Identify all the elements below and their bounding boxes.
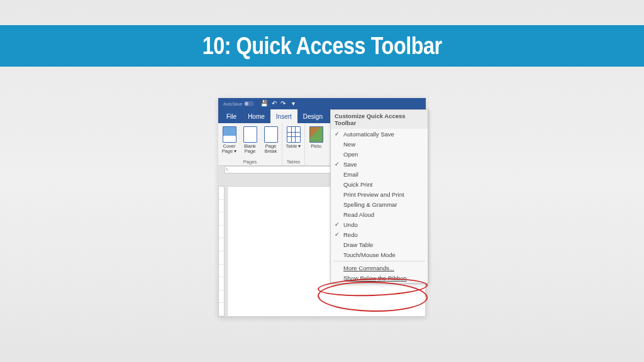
save-icon[interactable]: 💾 [260, 101, 268, 107]
group-label-tables: Tables [287, 159, 301, 165]
page-break-button[interactable]: Page Break [261, 125, 280, 158]
slide-title: 10: Quick Access Toolbar [202, 33, 441, 60]
menu-item-read-aloud[interactable]: Read Aloud [331, 209, 428, 219]
menu-item-draw-table[interactable]: Draw Table [331, 239, 428, 250]
pictures-button[interactable]: Pictu [306, 125, 326, 158]
menu-item-touch-mouse[interactable]: Touch/Mouse Mode [331, 250, 428, 260]
undo-icon[interactable]: ↶ [272, 101, 277, 107]
menu-item-email[interactable]: Email [331, 169, 428, 179]
toggle-icon [244, 101, 254, 106]
check-icon: ✓ [331, 221, 343, 228]
menu-item-quick-print[interactable]: Quick Print [331, 179, 428, 189]
menu-item-spelling[interactable]: Spelling & Grammar [331, 199, 428, 209]
title-banner: 10: Quick Access Toolbar [0, 25, 644, 67]
tab-marker: L [226, 167, 231, 172]
menu-item-redo[interactable]: ✓Redo [331, 229, 428, 239]
quick-access-toolbar: AutoSave 💾 ↶ ↷ ▾ [218, 98, 426, 109]
check-icon: ✓ [331, 131, 343, 137]
check-icon: ✓ [331, 161, 343, 167]
cover-page-icon [223, 126, 236, 143]
menu-item-show-below[interactable]: Show Below the Ribbon [331, 273, 428, 283]
table-button[interactable]: Table ▾ [284, 125, 303, 158]
menu-item-auto-save[interactable]: ✓Automatically Save [331, 129, 428, 139]
tab-home[interactable]: Home [242, 109, 270, 123]
menu-item-open[interactable]: Open [331, 149, 428, 159]
blank-page-icon [243, 126, 257, 143]
ruler-vertical[interactable] [218, 186, 225, 317]
menu-item-undo[interactable]: ✓Undo [331, 219, 428, 229]
check-icon: ✓ [331, 231, 343, 238]
autosave-label: AutoSave [223, 102, 242, 106]
pictures-icon [309, 126, 323, 143]
blank-page-button[interactable]: Blank Page [240, 125, 260, 158]
menu-item-more-commands[interactable]: More Commands... [331, 263, 428, 273]
ribbon-group-illustrations: Pictu [305, 123, 327, 165]
qat-customize-menu: Customize Quick Access Toolbar ✓Automati… [330, 109, 428, 283]
menu-separator [333, 261, 425, 261]
tab-insert[interactable]: Insert [270, 109, 297, 123]
page-break-icon [264, 126, 278, 143]
tab-design[interactable]: Design [297, 109, 328, 123]
redo-icon[interactable]: ↷ [280, 101, 286, 107]
qat-dropdown-icon[interactable]: ▾ [289, 101, 297, 107]
group-label-pages: Pages [243, 159, 257, 165]
menu-item-save[interactable]: ✓Save [331, 159, 428, 169]
word-window: AutoSave 💾 ↶ ↷ ▾ File Home Insert Design… [218, 98, 426, 317]
menu-header: Customize Quick Access Toolbar [331, 110, 428, 129]
tab-file[interactable]: File [221, 109, 242, 123]
menu-item-print-preview[interactable]: Print Preview and Print [331, 189, 428, 199]
menu-item-new[interactable]: New [331, 139, 428, 149]
cover-page-button[interactable]: Cover Page ▾ [219, 125, 239, 158]
autosave-toggle[interactable]: AutoSave [223, 101, 254, 106]
ribbon-group-pages: Cover Page ▾ Blank Page Page Break Pages [218, 123, 282, 165]
ribbon-group-tables: Table ▾ Tables [282, 123, 305, 165]
table-icon [287, 126, 301, 143]
